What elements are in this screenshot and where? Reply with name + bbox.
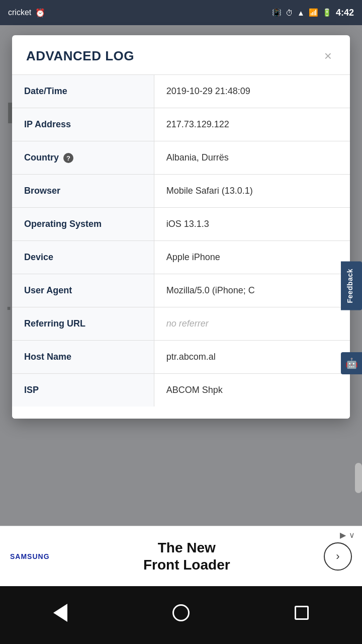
ad-arrow-icon: ›	[336, 550, 339, 563]
status-bar-left: cricket ⏰	[8, 8, 45, 18]
row-value-referrer: no referrer	[154, 307, 350, 341]
table-row: Operating System iOS 13.1.3	[12, 208, 350, 241]
ad-cta-button[interactable]: ›	[324, 542, 352, 571]
row-label-country: Country ?	[12, 141, 154, 175]
ad-text-line1: The New	[58, 539, 316, 556]
row-label-datetime: Date/Time	[12, 75, 154, 108]
row-value-useragent: Mozilla/5.0 (iPhone; C	[154, 274, 350, 307]
table-row: Browser Mobile Safari (13.0.1)	[12, 175, 350, 208]
carrier-label: cricket	[8, 8, 31, 17]
home-button[interactable]	[166, 598, 196, 628]
wifi-icon: ▲	[297, 9, 305, 17]
back-icon	[53, 604, 67, 622]
row-value-datetime: 2019-10-29 21:48:09	[154, 75, 350, 108]
row-label-useragent: User Agent	[12, 274, 154, 307]
row-value-browser: Mobile Safari (13.0.1)	[154, 175, 350, 208]
advanced-log-modal: ADVANCED LOG × Date/Time 2019-10-29 21:4…	[12, 35, 350, 419]
modal-footer	[12, 407, 350, 419]
row-value-ip: 217.73.129.122	[154, 108, 350, 141]
signal-icon: 📶	[309, 8, 318, 17]
table-row: Country ? Albania, Durrës	[12, 141, 350, 175]
clock-icon: ⏱	[286, 9, 293, 17]
chat-icon: 🤖	[345, 357, 358, 369]
recents-icon	[295, 606, 309, 620]
table-row: Device Apple iPhone	[12, 241, 350, 274]
status-bar-right: 📳 ⏱ ▲ 📶 🔋 4:42	[272, 8, 354, 18]
home-icon	[172, 604, 190, 621]
status-time: 4:42	[336, 8, 354, 18]
ad-play-icon[interactable]: ▶	[340, 530, 346, 540]
ad-chevron-icon[interactable]: ∨	[349, 530, 355, 540]
info-table: Date/Time 2019-10-29 21:48:09 IP Address…	[12, 75, 350, 407]
scroll-indicator[interactable]	[355, 463, 362, 493]
feedback-button[interactable]: Feedback	[341, 262, 362, 310]
row-label-ip: IP Address	[12, 108, 154, 141]
row-value-hostname: ptr.abcom.al	[154, 341, 350, 374]
modal-overlay: ADVANCED LOG × Date/Time 2019-10-29 21:4…	[0, 25, 362, 553]
row-label-isp: ISP	[12, 374, 154, 407]
table-row: Date/Time 2019-10-29 21:48:09	[12, 75, 350, 108]
vibrate-icon: 📳	[272, 8, 282, 17]
feedback-chat-button[interactable]: 🤖	[341, 352, 362, 374]
row-value-country: Albania, Durrës	[154, 141, 350, 175]
table-row: User Agent Mozilla/5.0 (iPhone; C	[12, 274, 350, 307]
battery-icon: 🔋	[322, 8, 332, 17]
status-bar: cricket ⏰ 📳 ⏱ ▲ 📶 🔋 4:42	[0, 0, 362, 25]
table-row: Host Name ptr.abcom.al	[12, 341, 350, 374]
row-value-isp: ABCOM Shpk	[154, 374, 350, 407]
modal-header: ADVANCED LOG ×	[12, 35, 350, 75]
recents-button[interactable]	[287, 598, 317, 628]
back-button[interactable]	[45, 598, 75, 628]
modal-title: ADVANCED LOG	[26, 48, 134, 64]
alarm-icon: ⏰	[35, 8, 45, 18]
row-label-device: Device	[12, 241, 154, 274]
ad-text-line2: Front Loader	[58, 556, 316, 574]
table-row: IP Address 217.73.129.122	[12, 108, 350, 141]
ad-banner: SAMSUNG The New Front Loader › ▶ ∨	[0, 526, 362, 586]
row-value-os: iOS 13.1.3	[154, 208, 350, 241]
row-label-browser: Browser	[12, 175, 154, 208]
table-row: Referring URL no referrer	[12, 307, 350, 341]
row-label-os: Operating System	[12, 208, 154, 241]
row-value-device: Apple iPhone	[154, 241, 350, 274]
navigation-bar	[0, 586, 362, 644]
country-help-icon[interactable]: ?	[63, 153, 73, 163]
row-label-hostname: Host Name	[12, 341, 154, 374]
ad-text-block: The New Front Loader	[58, 539, 316, 573]
row-label-referrer: Referring URL	[12, 307, 154, 341]
table-row: ISP ABCOM Shpk	[12, 374, 350, 407]
samsung-logo: SAMSUNG	[10, 552, 50, 560]
close-button[interactable]: ×	[320, 47, 336, 64]
